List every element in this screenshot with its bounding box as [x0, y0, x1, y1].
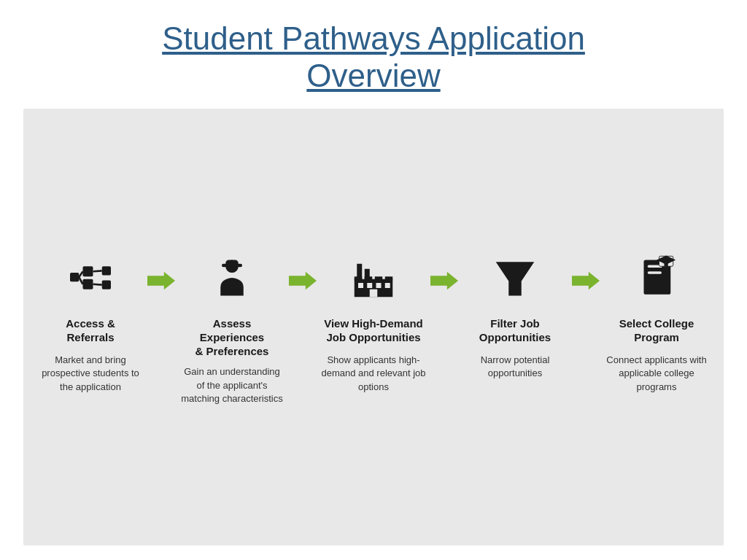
- svg-line-6: [79, 277, 82, 284]
- svg-rect-21: [370, 289, 378, 298]
- step-assess-experiences: Assess Experiences& Preferences Gain an …: [179, 249, 285, 405]
- arrow-3: [430, 249, 458, 295]
- step-desc-college: Connect applicants with applicable colle…: [604, 354, 709, 394]
- svg-rect-23: [365, 276, 373, 280]
- step-title-view-jobs: View High-DemandJob Opportunities: [324, 317, 423, 346]
- svg-marker-26: [430, 272, 458, 290]
- svg-rect-4: [102, 281, 111, 289]
- arrow-4: [572, 249, 600, 295]
- content-area: Access &Referrals Market and bring prosp…: [23, 109, 724, 545]
- svg-marker-13: [289, 272, 317, 290]
- svg-rect-31: [648, 271, 662, 274]
- assess-experiences-icon: [203, 249, 261, 307]
- svg-rect-34: [665, 260, 668, 267]
- svg-rect-3: [102, 266, 111, 275]
- step-select-college: Select CollegeProgram Connect applicants…: [604, 249, 709, 394]
- svg-rect-0: [83, 266, 93, 276]
- step-title-assess: Assess Experiences& Preferences: [179, 317, 285, 358]
- svg-marker-28: [572, 272, 600, 290]
- access-referrals-icon: [61, 249, 120, 307]
- step-title-access: Access &Referrals: [66, 317, 115, 346]
- view-jobs-icon: [344, 249, 403, 307]
- svg-rect-35: [662, 266, 670, 269]
- svg-line-7: [93, 271, 102, 272]
- svg-marker-9: [147, 272, 175, 290]
- step-access-referrals: Access &Referrals Market and bring prosp…: [38, 249, 143, 394]
- step-desc-assess: Gain an understanding of the applicant's…: [179, 365, 285, 405]
- page-title: Student Pathways Application Overview: [162, 20, 585, 94]
- step-desc-filter: Narrow potential opportunities: [462, 354, 568, 380]
- svg-line-5: [79, 271, 82, 277]
- step-desc-view-jobs: Show applicants high-demand and relevant…: [321, 354, 426, 394]
- svg-marker-27: [496, 262, 535, 295]
- svg-rect-24: [375, 276, 383, 280]
- step-desc-access: Market and bring prospective students to…: [38, 354, 143, 394]
- select-college-icon: [627, 249, 686, 307]
- step-filter-jobs: Filter JobOpportunities Narrow potential…: [462, 249, 568, 380]
- step-title-college: Select CollegeProgram: [619, 317, 694, 346]
- svg-rect-2: [70, 273, 79, 281]
- svg-rect-22: [355, 276, 363, 280]
- step-view-jobs: View High-DemandJob Opportunities Show a…: [321, 249, 426, 394]
- svg-rect-20: [385, 283, 390, 288]
- arrow-2: [289, 249, 317, 295]
- svg-rect-1: [83, 279, 93, 289]
- svg-rect-19: [376, 283, 382, 288]
- svg-line-8: [93, 284, 102, 285]
- svg-rect-17: [358, 283, 363, 288]
- svg-rect-18: [367, 283, 372, 288]
- svg-rect-25: [385, 276, 393, 280]
- title-section: Student Pathways Application Overview: [147, 0, 600, 109]
- filter-jobs-icon: [486, 249, 544, 307]
- arrow-1: [147, 249, 175, 295]
- svg-rect-12: [225, 260, 239, 267]
- flow-diagram: Access &Referrals Market and bring prosp…: [38, 249, 709, 405]
- step-title-filter: Filter JobOpportunities: [479, 317, 551, 346]
